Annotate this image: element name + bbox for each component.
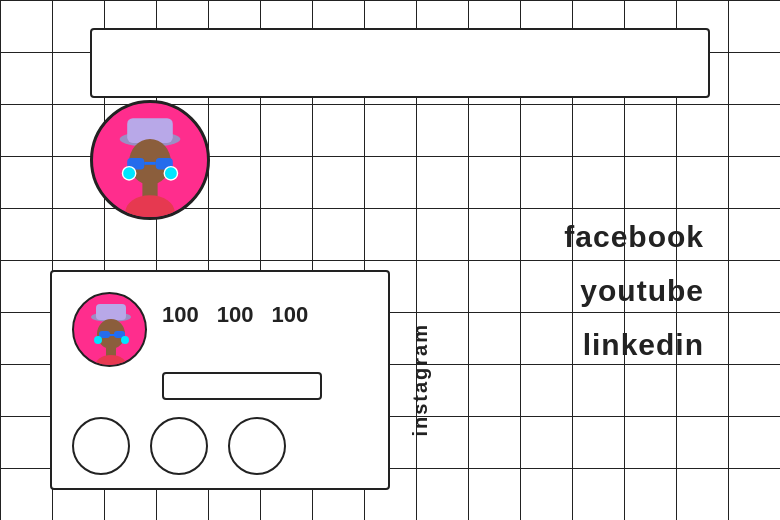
circle-button-3[interactable] [228, 417, 286, 475]
svg-point-9 [125, 195, 174, 217]
stat-1: 100 [162, 302, 199, 328]
svg-rect-5 [144, 162, 155, 165]
svg-point-19 [95, 355, 127, 367]
social-panel: facebook youtube linkedin [460, 210, 720, 372]
stats-row: 100 100 100 [162, 302, 308, 328]
stat-3: 100 [271, 302, 308, 328]
avatar-large [90, 100, 210, 220]
search-bar[interactable] [90, 28, 710, 98]
instagram-text: instagram [409, 323, 432, 437]
profile-card: 100 100 100 [50, 270, 390, 490]
avatar-small-illustration [74, 294, 147, 367]
svg-rect-11 [96, 304, 126, 320]
stat-2: 100 [217, 302, 254, 328]
svg-point-17 [121, 336, 129, 344]
circle-button-1[interactable] [72, 417, 130, 475]
avatar-small [72, 292, 147, 367]
social-item-youtube[interactable]: youtube [460, 264, 720, 318]
social-item-linkedin[interactable]: linkedin [460, 318, 720, 372]
svg-point-16 [94, 336, 102, 344]
card-input-bar[interactable] [162, 372, 322, 400]
svg-point-8 [164, 167, 177, 180]
svg-rect-15 [110, 334, 117, 336]
main-content: 100 100 100 instagram facebook youtube l… [0, 0, 780, 520]
circle-button-2[interactable] [150, 417, 208, 475]
social-item-facebook[interactable]: facebook [460, 210, 720, 264]
instagram-label: instagram [390, 270, 450, 490]
circles-row [72, 417, 286, 475]
person-illustration [93, 103, 207, 217]
svg-point-7 [122, 167, 135, 180]
svg-rect-13 [99, 331, 110, 338]
